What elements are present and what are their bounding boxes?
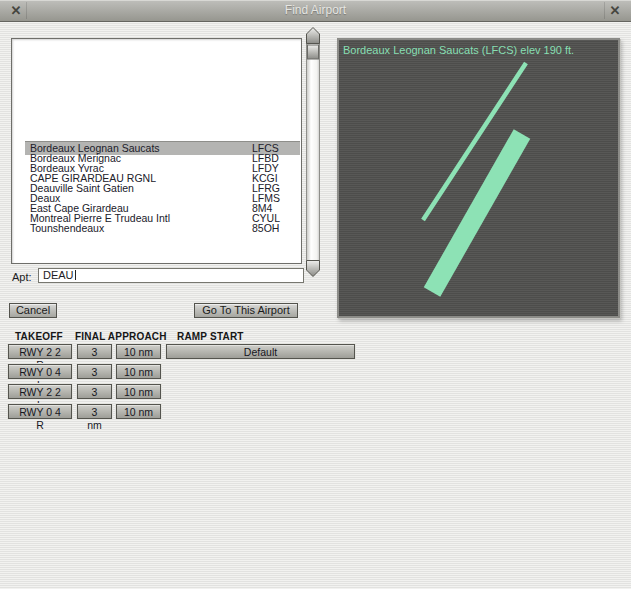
apt-field-label: Apt: xyxy=(12,271,32,283)
scroll-up-icon[interactable] xyxy=(307,28,320,44)
airport-code: 85OH xyxy=(252,223,279,233)
ramp-start-button[interactable]: Default xyxy=(166,344,355,359)
final-approach-3nm-button[interactable]: 3 nm xyxy=(77,404,112,419)
final-approach-10nm-button[interactable]: 10 nm xyxy=(116,384,161,399)
airport-name: Tounshendeaux xyxy=(30,223,104,233)
scrollbar-thumb[interactable] xyxy=(308,45,319,59)
map-airport-title: Bordeaux Leognan Saucats (LFCS) elev 190… xyxy=(343,44,574,56)
window-title: Find Airport xyxy=(0,0,631,21)
runway-config-row: RWY 2 2 R3 nm10 nmDefault xyxy=(0,344,631,359)
airport-listbox[interactable]: Bordeaux Leognan SaucatsLFCSBordeaux Mer… xyxy=(11,38,302,264)
close-icon[interactable]: ✕ xyxy=(604,2,625,19)
takeoff-runway-button[interactable]: RWY 0 4 L xyxy=(8,364,72,379)
runway-strip xyxy=(432,134,522,292)
final-approach-header: FINAL APPROACH xyxy=(75,331,167,342)
title-bar: ✕ Find Airport ✕ xyxy=(0,0,631,22)
text-caret xyxy=(75,270,76,280)
list-item[interactable]: Tounshendeaux85OH xyxy=(12,223,301,233)
final-approach-3nm-button[interactable]: 3 nm xyxy=(77,364,112,379)
runway-config-row: RWY 0 4 R3 nm10 nm xyxy=(0,404,631,419)
airport-map-panel: Bordeaux Leognan Saucats (LFCS) elev 190… xyxy=(337,38,620,318)
go-to-airport-button[interactable]: Go To This Airport xyxy=(194,303,298,318)
runway-config-row: RWY 2 2 L3 nm10 nm xyxy=(0,384,631,399)
takeoff-runway-button[interactable]: RWY 2 2 R xyxy=(8,344,72,359)
apt-input-value: DEAU xyxy=(43,269,74,281)
final-approach-3nm-button[interactable]: 3 nm xyxy=(77,344,112,359)
scroll-down-icon[interactable] xyxy=(307,261,320,277)
final-approach-10nm-button[interactable]: 10 nm xyxy=(116,404,161,419)
final-approach-10nm-button[interactable]: 10 nm xyxy=(116,344,161,359)
list-scrollbar[interactable] xyxy=(306,27,320,277)
ramp-start-header: RAMP START xyxy=(177,331,244,342)
cancel-button[interactable]: Cancel xyxy=(9,303,57,318)
runway-diagram xyxy=(339,40,618,316)
runway-config-row: RWY 0 4 L3 nm10 nm xyxy=(0,364,631,379)
scrollbar-track[interactable] xyxy=(307,37,320,269)
final-approach-3nm-button[interactable]: 3 nm xyxy=(77,384,112,399)
takeoff-runway-button[interactable]: RWY 0 4 R xyxy=(8,404,72,419)
takeoff-header: TAKEOFF xyxy=(15,331,63,342)
apt-search-input[interactable]: DEAU xyxy=(38,268,304,283)
airport-list-items: Bordeaux Leognan SaucatsLFCSBordeaux Mer… xyxy=(12,143,301,233)
takeoff-runway-button[interactable]: RWY 2 2 L xyxy=(8,384,72,399)
final-approach-10nm-button[interactable]: 10 nm xyxy=(116,364,161,379)
